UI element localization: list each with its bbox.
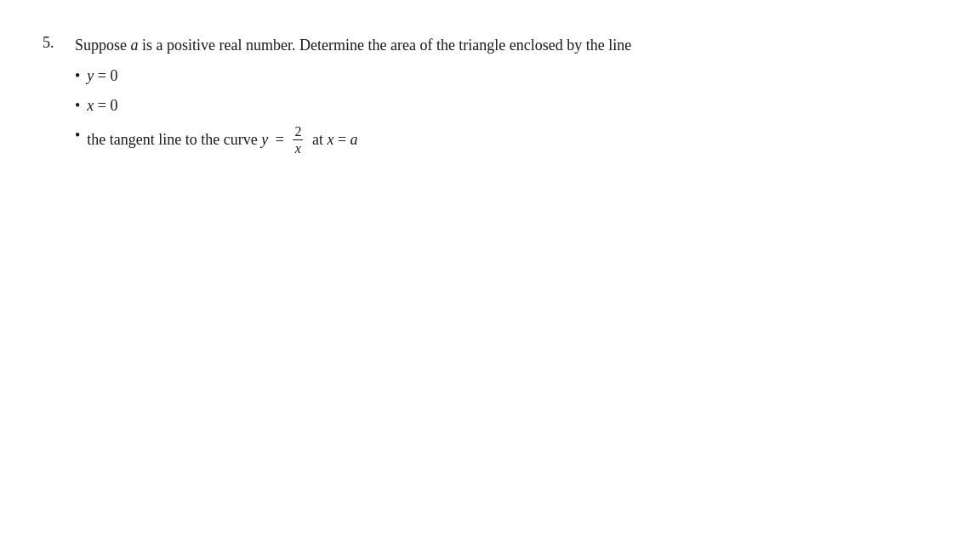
problem-5: 5. Suppose a is a positive real number. … bbox=[43, 34, 937, 156]
condition-tangent-line: • the tangent line to the curve y = 2 x … bbox=[75, 123, 631, 156]
problem-body: Suppose a is a positive real number. Det… bbox=[75, 34, 631, 156]
tangent-equals: = bbox=[271, 128, 288, 152]
page-content: 5. Suppose a is a positive real number. … bbox=[0, 0, 980, 201]
bullet-dot-3: • bbox=[75, 123, 80, 148]
condition-y-text: y = 0 bbox=[87, 64, 117, 88]
tangent-suffix: at x = a bbox=[308, 128, 357, 152]
condition-y-equals-0: • y = 0 bbox=[75, 64, 631, 88]
condition-x-equals-0: • x = 0 bbox=[75, 94, 631, 118]
condition-x-text: x = 0 bbox=[87, 94, 117, 118]
problem-number: 5. bbox=[43, 34, 68, 156]
fraction-2-over-x: 2 x bbox=[293, 123, 303, 156]
conditions-list: • y = 0 • x = 0 • the tangent line to th… bbox=[75, 64, 631, 156]
fraction-numerator: 2 bbox=[293, 123, 303, 140]
fraction-denominator: x bbox=[293, 140, 303, 156]
problem-statement: Suppose a is a positive real number. Det… bbox=[75, 34, 631, 57]
tangent-prefix: the tangent line to the curve y bbox=[87, 128, 268, 152]
variable-a: a bbox=[131, 37, 139, 54]
tangent-line-expression: the tangent line to the curve y = 2 x at… bbox=[87, 123, 357, 156]
bullet-dot-1: • bbox=[75, 64, 80, 88]
bullet-dot-2: • bbox=[75, 94, 80, 118]
